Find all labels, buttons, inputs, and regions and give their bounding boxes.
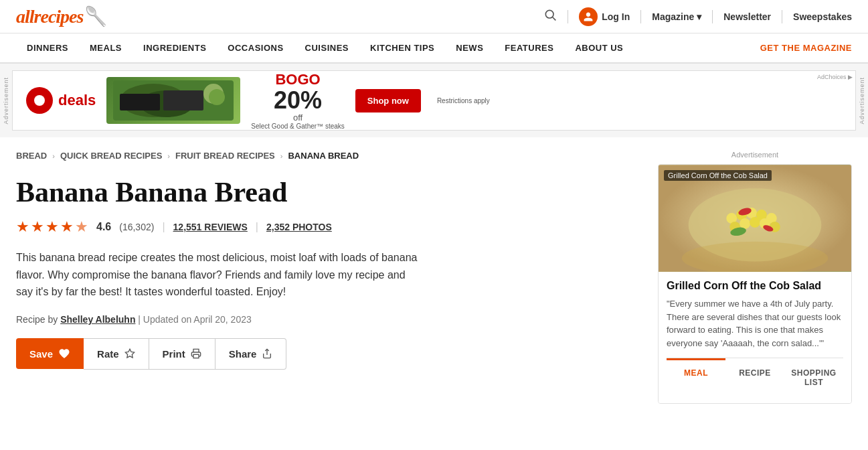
breadcrumb: BREAD › QUICK BREAD RECIPES › FRUIT BREA… — [16, 151, 631, 161]
ad-banner: deals BOGO 20% off Select Good & Gather™… — [12, 70, 856, 131]
nav-item-occasions[interactable]: OCCASIONS — [217, 33, 294, 62]
breadcrumb-current: BANANA BREAD — [288, 151, 359, 161]
print-button[interactable]: Print — [149, 338, 215, 370]
share-label: Share — [229, 348, 257, 360]
breadcrumb-item-fruit-bread[interactable]: FRUIT BREAD RECIPES — [175, 151, 275, 161]
bogo-percent: 20% — [274, 88, 322, 112]
sidebar-recipe-card: Grilled Corn Off the Cob Salad Grilled C… — [658, 164, 852, 404]
heart-icon — [58, 348, 70, 360]
rate-label: Rate — [97, 348, 119, 360]
nav-item-ingredients[interactable]: INGREDIENTS — [133, 33, 217, 62]
star-3: ★ — [46, 218, 59, 236]
svg-rect-10 — [193, 355, 199, 358]
restrictions-text: Restrictions apply — [437, 97, 490, 104]
top-right-nav: Log In Magazine ▾ Newsletter Sweepstakes — [543, 7, 852, 26]
logo[interactable]: allrecipes 🥄 — [16, 5, 108, 27]
magazine-button[interactable]: Magazine ▾ — [652, 11, 701, 22]
bogo-off: off — [293, 112, 302, 123]
svg-point-8 — [209, 89, 225, 105]
rating-score: 4.6 — [96, 221, 111, 233]
sweepstakes-link[interactable]: Sweepstakes — [793, 11, 852, 22]
tab-recipe[interactable]: RECIPE — [725, 358, 784, 395]
logo-text: allrecipes — [16, 6, 83, 27]
recipe-description: This banana bread recipe creates the mos… — [16, 249, 418, 301]
bogo-sub: Select Good & Gather™ steaks — [251, 123, 345, 130]
target-circle-icon — [26, 87, 53, 114]
print-label: Print — [163, 348, 185, 360]
rating-divider-2: | — [256, 221, 258, 233]
nav-item-dinners[interactable]: DINNERS — [16, 33, 79, 62]
login-button[interactable]: Log In — [579, 7, 630, 26]
sidebar-recipe-img-inner — [659, 165, 851, 272]
breadcrumb-chevron-1: › — [52, 152, 55, 160]
share-button[interactable]: Share — [215, 338, 287, 370]
breadcrumb-chevron-2: › — [167, 152, 170, 160]
recipe-author-link[interactable]: Shelley Albeluhn — [60, 314, 135, 325]
breadcrumb-item-bread[interactable]: BREAD — [16, 151, 47, 161]
nav-item-news[interactable]: NEWS — [445, 33, 494, 62]
action-buttons: Save Rate Print Share — [16, 338, 631, 370]
tab-meal[interactable]: MEAL — [667, 358, 725, 395]
svg-line-1 — [553, 17, 556, 21]
svg-point-21 — [750, 217, 760, 228]
star-rating: ★ ★ ★ ★ ★ — [16, 218, 88, 236]
ad-choices: AdChoices ▶ — [817, 74, 853, 80]
nav-item-cuisines[interactable]: CUISINES — [294, 33, 359, 62]
star-icon — [124, 348, 135, 359]
target-logo: deals — [26, 87, 96, 114]
recipe-by-prefix: Recipe by — [16, 314, 58, 325]
target-deals-text: deals — [58, 92, 96, 109]
recipe-title: Banana Banana Bread — [16, 177, 631, 208]
nav-item-about-us[interactable]: ABOUT US — [564, 33, 634, 62]
tab-shopping-list[interactable]: SHOPPING LIST — [784, 358, 843, 395]
save-label: Save — [29, 348, 53, 360]
print-icon — [191, 348, 201, 359]
save-button[interactable]: Save — [16, 338, 84, 369]
star-2: ★ — [31, 218, 44, 236]
user-icon — [579, 7, 598, 26]
shop-now-button[interactable]: Shop now — [355, 89, 421, 112]
reviews-link[interactable]: 12,551 REVIEWS — [173, 222, 248, 232]
breadcrumb-item-quick-bread[interactable]: QUICK BREAD RECIPES — [60, 151, 162, 161]
sidebar-img-label: Grilled Corn Off the Cob Salad — [664, 170, 772, 181]
divider-2 — [640, 10, 641, 23]
get-magazine-link[interactable]: GET THE MAGAZINE — [760, 43, 852, 53]
sidebar: Advertisement — [658, 151, 852, 404]
main-content: BREAD › QUICK BREAD RECIPES › FRUIT BREA… — [16, 151, 631, 404]
sidebar-tabs: MEAL RECIPE SHOPPING LIST — [667, 358, 843, 395]
nav-item-kitchen-tips[interactable]: KITCHEN TIPS — [359, 33, 445, 62]
main-nav: DINNERS MEALS INGREDIENTS OCCASIONS CUIS… — [0, 33, 868, 64]
sidebar-ad-label: Advertisement — [658, 151, 852, 159]
rating-divider-1: | — [162, 221, 165, 233]
photos-link[interactable]: 2,352 PHOTOS — [266, 222, 332, 232]
login-label: Log In — [602, 11, 630, 22]
recipe-updated-text: Updated on April 20, 2023 — [143, 314, 252, 325]
search-button[interactable] — [543, 8, 557, 25]
sidebar-recipe-image[interactable]: Grilled Corn Off the Cob Salad — [659, 165, 851, 272]
logo-spoon: 🥄 — [84, 5, 108, 27]
recipe-by: Recipe by Shelley Albeluhn | Updated on … — [16, 314, 631, 325]
svg-rect-6 — [163, 90, 203, 110]
svg-rect-5 — [120, 94, 160, 110]
divider-4 — [782, 10, 782, 23]
rating-count: (16,302) — [119, 222, 154, 232]
star-4: ★ — [60, 218, 74, 236]
share-icon — [262, 348, 272, 359]
sidebar-recipe-title[interactable]: Grilled Corn Off the Cob Salad — [667, 280, 843, 292]
ad-target-content: deals BOGO 20% off Select Good & Gather™… — [13, 70, 855, 131]
ad-food-image — [106, 77, 240, 124]
star-5-half: ★ — [75, 218, 88, 236]
svg-marker-9 — [125, 350, 134, 358]
sidebar-recipe-body: Grilled Corn Off the Cob Salad "Every su… — [659, 272, 851, 403]
ad-right-label: Advertisement — [856, 77, 868, 125]
nav-item-meals[interactable]: MEALS — [79, 33, 133, 62]
bogo-text: BOGO 20% off Select Good & Gather™ steak… — [251, 71, 345, 130]
newsletter-link[interactable]: Newsletter — [723, 11, 771, 22]
nav-item-features[interactable]: FEATURES — [494, 33, 564, 62]
svg-point-0 — [546, 10, 554, 18]
search-icon — [543, 8, 557, 21]
svg-point-20 — [740, 218, 750, 229]
breadcrumb-chevron-3: › — [280, 152, 283, 160]
content-area: BREAD › QUICK BREAD RECIPES › FRUIT BREA… — [0, 137, 868, 417]
rate-button[interactable]: Rate — [84, 338, 149, 370]
